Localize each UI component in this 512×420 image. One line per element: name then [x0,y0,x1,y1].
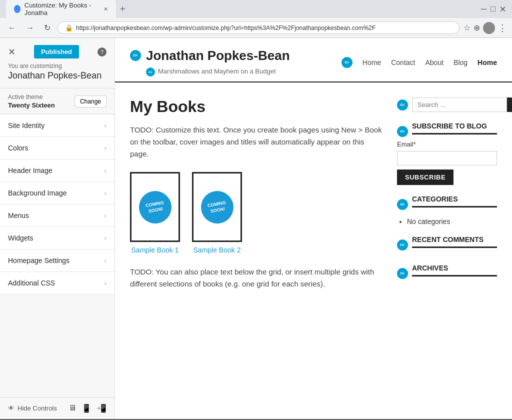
book-link[interactable]: Sample Book 1 [132,246,179,254]
lock-icon: 🔒 [65,24,73,32]
edit-archives-icon[interactable]: ✏ [397,268,408,279]
extensions-icon[interactable]: ⊕ [474,23,480,32]
chevron-right-icon: › [104,234,106,242]
new-tab-button[interactable]: + [120,4,126,14]
categories-list: No categories [397,218,497,226]
sidebar-header: ✕ Published ? You are customizing Jonath… [0,38,114,88]
archives-widget: ✏ ARCHIVES [397,264,497,282]
edit-nav-icon[interactable]: ✏ [342,57,352,68]
menu-icon[interactable]: ⋮ [498,22,507,34]
chevron-right-icon: › [104,166,106,174]
chevron-right-icon: › [104,122,106,130]
chevron-right-icon: › [104,212,106,220]
sidebar-footer: 👁 Hide Controls 🖥 📱 📲 [0,397,114,419]
sidebar-item-homepage-settings[interactable]: Homepage Settings› [0,250,114,272]
tab-title: Customize: My Books - Jonatha [24,2,98,16]
tab-favicon-icon [14,5,20,13]
chevron-right-icon: › [104,189,106,197]
sidebar-item-label: Menus [8,212,29,220]
hide-controls-button[interactable]: 👁 Hide Controls [8,404,57,412]
archives-title: ARCHIVES [412,264,497,276]
email-input[interactable] [397,151,497,166]
refresh-button[interactable]: ↻ [41,22,54,34]
edit-search-icon[interactable]: ✏ [397,100,408,110]
tab-close-icon[interactable]: ✕ [104,6,108,12]
hide-controls-label: Hide Controls [18,404,57,412]
search-form: 🔍 [412,98,512,112]
back-button[interactable]: ← [5,22,19,34]
hide-controls-icon: 👁 [8,404,14,412]
footer-icons: 🖥 📱 📲 [68,404,106,413]
profile-icon[interactable] [483,22,495,34]
book-link[interactable]: Sample Book 2 [194,246,241,254]
edit-categories-icon[interactable]: ✏ [397,199,408,210]
chevron-right-icon: › [104,256,106,264]
categories-title: CATEGORIES [412,195,497,208]
sidebar-item-label: Homepage Settings [8,256,70,264]
site-title: Jonathan Popkes-Bean [146,48,290,64]
sidebar-item-background-image[interactable]: Background Image› [0,182,114,204]
recent-comments-widget: ✏ RECENT COMMENTS [397,236,497,254]
responsive-desktop-icon[interactable]: 🖥 [68,404,76,413]
sidebar-item-additional-css[interactable]: Additional CSS› [0,272,114,294]
nav-link-about[interactable]: About [425,58,444,66]
nav-link-contact[interactable]: Contact [391,58,415,66]
edit-site-title-icon[interactable]: ✏ [130,50,141,61]
browser-toolbar: ← → ↻ 🔒 https://jonathanpopkesbean.com/w… [0,18,512,38]
site-preview: ✏ Jonathan Popkes-Bean ✏ Marshmallows an… [115,38,512,419]
sidebar-item-label: Background Image [8,189,67,197]
search-input[interactable] [412,98,507,112]
publish-button[interactable]: Published [34,45,79,58]
page-title: My Books [130,98,382,116]
sidebar-item-colors[interactable]: Colors› [0,137,114,160]
subscribe-widget: ✏ SUBSCRIBE TO BLOG Email* SUBSCRIBE [397,122,497,185]
url-text: https://jonathanpopkesbean.com/wp-admin/… [76,24,376,32]
forward-button[interactable]: → [23,22,37,34]
nav-link-home[interactable]: Home [362,58,381,66]
sidebar-item-site-identity[interactable]: Site Identity› [0,114,114,137]
responsive-mobile-icon[interactable]: 📲 [96,404,106,413]
search-widget: ✏ 🔍 [397,98,497,112]
sidebar-item-label: Site Identity [8,122,44,130]
sidebar-item-header-image[interactable]: Header Image› [0,160,114,182]
minimize-icon[interactable]: ─ [481,4,486,14]
subscribe-widget-header: ✏ SUBSCRIBE TO BLOG [397,122,497,140]
active-theme-section: Active theme Twenty Sixteen Change [0,88,114,114]
book-cover: COMING SOON! [130,172,180,242]
sidebar-item-widgets[interactable]: Widgets› [0,227,114,250]
book-item: COMING SOON! Sample Book 2 [192,172,242,254]
edit-subscribe-icon[interactable]: ✏ [397,126,408,137]
archives-header: ✏ ARCHIVES [397,264,497,282]
close-window-icon[interactable]: ✕ [500,4,506,14]
responsive-tablet-icon[interactable]: 📱 [82,404,92,413]
toolbar-icons: ☆ ⊕ ⋮ [464,22,507,34]
change-theme-button[interactable]: Change [74,96,106,108]
active-theme-label: Active theme [8,94,55,100]
book-item: COMING SOON! Sample Book 1 [130,172,180,254]
star-icon[interactable]: ☆ [464,23,470,32]
edit-tagline-icon[interactable]: ✏ [146,68,155,76]
address-bar[interactable]: 🔒 https://jonathanpopkesbean.com/wp-admi… [58,22,460,34]
books-grid: COMING SOON! Sample Book 1 COMING SOON! … [130,172,382,254]
sidebar-site-name: Jonathan Popkes-Bean [8,70,106,81]
category-item: No categories [407,218,497,226]
sidebar-item-menus[interactable]: Menus› [0,204,114,227]
site-title-area: ✏ Jonathan Popkes-Bean ✏ Marshmallows an… [130,48,290,76]
subscribe-title: SUBSCRIBE TO BLOG [412,122,497,134]
nav-link-blog[interactable]: Blog [454,58,468,66]
browser-tab[interactable]: Customize: My Books - Jonatha ✕ [6,0,116,20]
intro-text: TODO: Customize this text. Once you crea… [130,124,382,160]
sidebar-close-button[interactable]: ✕ [8,46,16,58]
sidebar-item-label: Widgets [8,234,34,242]
edit-recent-comments-icon[interactable]: ✏ [397,240,408,250]
nav-link-home[interactable]: Home [478,58,497,66]
subscribe-button[interactable]: SUBSCRIBE [397,170,454,185]
search-widget-edit-row: ✏ 🔍 [397,98,497,112]
maximize-icon[interactable]: □ [490,4,496,14]
recent-comments-title: RECENT COMMENTS [412,236,497,248]
search-button[interactable]: 🔍 [507,98,512,112]
chevron-right-icon: › [104,144,106,152]
customizer-sidebar: ✕ Published ? You are customizing Jonath… [0,38,115,419]
sidebar-item-label: Colors [8,144,28,152]
help-icon[interactable]: ? [98,48,106,56]
